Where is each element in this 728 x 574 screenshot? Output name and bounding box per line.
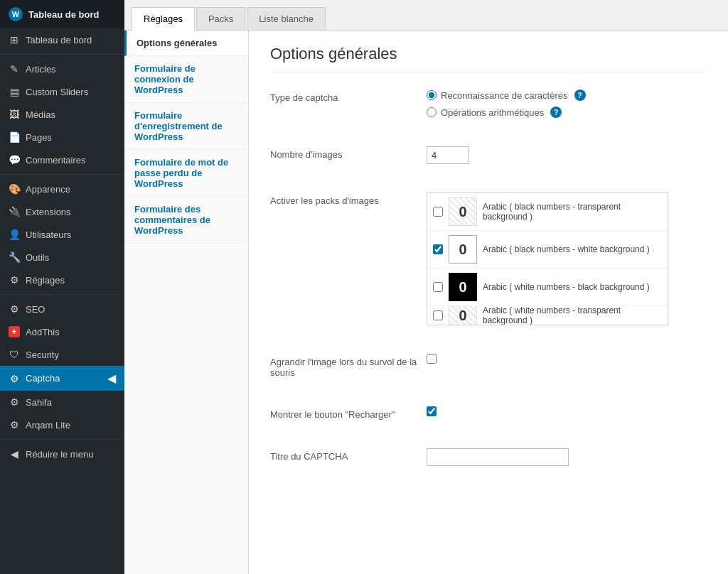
- wp-icon: W: [9, 7, 23, 21]
- pack-row-arabic-black-transparent: 0 Arabic ( black numbers - transparent b…: [427, 193, 668, 231]
- sidebar-item-custom-sliders[interactable]: ▤ Custom Sliders: [0, 80, 124, 103]
- radio-arithmetique[interactable]: [427, 107, 437, 117]
- page-title: Options générales: [270, 45, 707, 72]
- tab-liste-blanche[interactable]: Liste blanche: [247, 7, 326, 30]
- main-area: Réglages Packs Liste blanche Options gén…: [124, 0, 728, 574]
- media-icon: 🖼: [9, 109, 20, 120]
- security-icon: 🛡: [9, 349, 20, 360]
- captcha-type-row: Type de captcha Reconnaissance de caract…: [270, 90, 707, 129]
- sidebar-item-arqam-lite[interactable]: ⚙ Arqam Lite: [0, 413, 124, 436]
- nombre-images-input[interactable]: [427, 146, 469, 164]
- sidebar-item-label: Tableau de bord: [26, 35, 92, 45]
- help-icon-reconnaissance[interactable]: ?: [574, 90, 586, 101]
- sidebar-item-label: Médias: [26, 109, 55, 120]
- sidebar-item-captcha[interactable]: ⚙ Captcha ◀: [0, 366, 124, 391]
- pack-checkbox-arabic-black-transparent[interactable]: [433, 207, 443, 217]
- arqam-icon: ⚙: [9, 419, 20, 430]
- sub-sidebar: Options générales Formulaire de connexio…: [124, 31, 249, 574]
- sidebar: W Tableau de bord ⊞ Tableau de bord ✎ Ar…: [0, 0, 124, 574]
- captcha-icon: ⚙: [9, 373, 20, 384]
- captcha-type-label: Type de captcha: [270, 90, 427, 103]
- montrer-bouton-checkbox-item: [427, 406, 707, 416]
- pack-checkbox-arabic-black-white[interactable]: [433, 244, 443, 254]
- sidebar-item-extensions[interactable]: 🔌 Extensions: [0, 200, 124, 223]
- sub-sidebar-item-options-generales[interactable]: Options générales: [124, 31, 248, 56]
- agrandir-image-control: [427, 354, 707, 364]
- sahifa-icon: ⚙: [9, 396, 20, 408]
- users-icon: 👤: [9, 229, 20, 240]
- sub-sidebar-item-formulaire-mot-de-passe[interactable]: Formulaire de mot de passe perdu de Word…: [124, 150, 248, 197]
- reduire-icon: ◀: [9, 448, 20, 460]
- nombre-images-label: Nombre d'images: [270, 146, 427, 160]
- pack-preview-arabic-white-transparent: 0: [449, 306, 477, 325]
- sidebar-item-label: AddThis: [26, 327, 60, 337]
- tab-packs[interactable]: Packs: [196, 7, 245, 30]
- sidebar-item-apparence[interactable]: 🎨 Apparence: [0, 178, 124, 200]
- pack-checkbox-arabic-white-transparent[interactable]: [433, 310, 443, 320]
- sidebar-item-seo[interactable]: ⚙ SEO: [0, 298, 124, 320]
- sidebar-item-tableau-de-bord[interactable]: ⊞ Tableau de bord: [0, 28, 124, 51]
- nombre-images-row: Nombre d'images: [270, 146, 707, 175]
- sidebar-item-label: Réduire le menu: [26, 449, 93, 460]
- sidebar-item-security[interactable]: 🛡 Security: [0, 343, 124, 366]
- pack-row-arabic-white-transparent: 0 Arabic ( white numbers - transparent b…: [427, 306, 668, 325]
- montrer-bouton-checkbox[interactable]: [427, 406, 437, 416]
- sidebar-item-utilisateurs[interactable]: 👤 Utilisateurs: [0, 223, 124, 246]
- agrandir-image-checkbox[interactable]: [427, 354, 437, 364]
- activer-packs-control: 0 Arabic ( black numbers - transparent b…: [427, 193, 707, 325]
- collapse-arrow-icon: ◀: [107, 372, 116, 385]
- titre-captcha-input[interactable]: [427, 448, 569, 466]
- sidebar-item-label: Réglages: [26, 275, 65, 286]
- addthis-icon: +: [9, 326, 20, 337]
- sidebar-item-label: Sahifa: [26, 397, 52, 408]
- sidebar-header[interactable]: W Tableau de bord: [0, 0, 124, 28]
- sidebar-item-label: Pages: [26, 132, 52, 143]
- captcha-type-control: Reconnaissance de caractères ? Opération…: [427, 90, 707, 118]
- sidebar-item-label: Utilisateurs: [26, 229, 71, 240]
- sidebar-item-label: Arqam Lite: [26, 420, 70, 430]
- pack-preview-arabic-black-transparent: 0: [449, 197, 477, 226]
- pack-name-arabic-black-transparent: Arabic ( black numbers - transparent bac…: [483, 202, 662, 222]
- sidebar-item-label: Security: [26, 350, 59, 360]
- pack-row-arabic-white-black: 0 Arabic ( white numbers - black backgro…: [427, 269, 668, 306]
- radio-item-arithmetique: Opérations arithmétiques ?: [427, 107, 707, 118]
- pack-checkbox-arabic-white-black[interactable]: [433, 282, 443, 292]
- agrandir-image-checkbox-item: [427, 354, 707, 364]
- content-area: Options générales Formulaire de connexio…: [124, 31, 728, 574]
- sidebar-item-addthis[interactable]: + AddThis: [0, 320, 124, 343]
- help-icon-arithmetique[interactable]: ?: [550, 107, 562, 118]
- pack-name-arabic-white-transparent: Arabic ( white numbers - transparent bac…: [483, 306, 662, 325]
- image-packs-container: 0 Arabic ( black numbers - transparent b…: [427, 193, 668, 325]
- titre-captcha-control: [427, 448, 707, 466]
- pack-row-arabic-black-white: 0 Arabic ( black numbers - white backgro…: [427, 231, 668, 269]
- sub-sidebar-item-formulaire-enregistrement[interactable]: Formulaire d'enregistrement de WordPress: [124, 103, 248, 150]
- sub-sidebar-item-formulaire-connexion[interactable]: Formulaire de connexion de WordPress: [124, 56, 248, 103]
- sidebar-item-label: Extensions: [26, 207, 71, 217]
- captcha-type-radio-group: Reconnaissance de caractères ? Opération…: [427, 90, 707, 118]
- sidebar-item-commentaires[interactable]: 💬 Commentaires: [0, 148, 124, 171]
- sidebar-item-articles[interactable]: ✎ Articles: [0, 58, 124, 80]
- sidebar-item-reduire-menu[interactable]: ◀ Réduire le menu: [0, 443, 124, 465]
- pack-name-arabic-black-white: Arabic ( black numbers - white backgroun…: [483, 244, 662, 254]
- radio-reconnaissance[interactable]: [427, 90, 437, 100]
- sidebar-item-sahifa[interactable]: ⚙ Sahifa: [0, 391, 124, 413]
- comments-icon: 💬: [9, 154, 20, 166]
- sub-sidebar-item-formulaire-commentaires[interactable]: Formulaire des commentaires de WordPress: [124, 197, 248, 244]
- sidebar-item-medias[interactable]: 🖼 Médias: [0, 103, 124, 126]
- titre-captcha-label: Titre du CAPTCHA: [270, 448, 427, 462]
- agrandir-image-row: Agrandir l'image lors du survol de la so…: [270, 354, 707, 389]
- radio-item-reconnaissance: Reconnaissance de caractères ?: [427, 90, 707, 101]
- dashboard-icon: ⊞: [9, 34, 20, 45]
- sidebar-item-outils[interactable]: 🔧 Outils: [0, 246, 124, 269]
- sidebar-item-pages[interactable]: 📄 Pages: [0, 126, 124, 148]
- nombre-images-control: [427, 146, 707, 164]
- radio-arithmetique-label: Opérations arithmétiques: [441, 107, 544, 118]
- sidebar-item-label: SEO: [26, 304, 45, 315]
- tab-reglages[interactable]: Réglages: [132, 7, 195, 31]
- articles-icon: ✎: [9, 63, 20, 75]
- sidebar-item-reglages[interactable]: ⚙ Réglages: [0, 269, 124, 291]
- main-panel: Options générales Type de captcha Reconn…: [249, 31, 728, 574]
- pack-preview-arabic-white-black: 0: [449, 273, 477, 301]
- apparence-icon: 🎨: [9, 183, 20, 195]
- activer-packs-row: Activer les packs d'images 0 Arabic ( bl…: [270, 193, 707, 337]
